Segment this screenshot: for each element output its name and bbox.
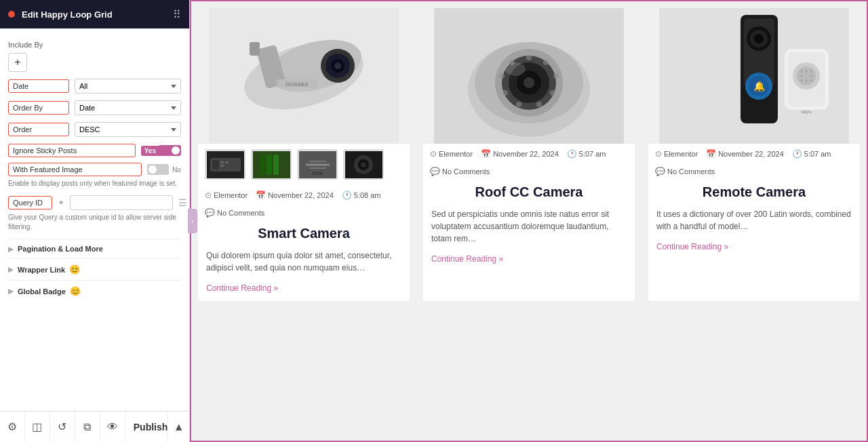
svg-point-45 [536, 102, 542, 107]
card-3-author: ⊙ Elementor [655, 149, 698, 159]
wrapper-link-emoji: 😊 [69, 264, 80, 275]
order-select[interactable]: DESC ASC [75, 122, 181, 137]
author-icon-3: ⊙ [655, 149, 662, 159]
card-3-image: 🔔 aapu [648, 8, 860, 144]
main-content: OOSSEX [190, 0, 868, 442]
date-icon-2: 📅 [481, 149, 491, 159]
responsive-icon-btn[interactable]: ⧉ [75, 411, 100, 443]
date-icon-3: 📅 [706, 149, 716, 159]
card-1-date: 📅 November 22, 2024 [256, 190, 334, 200]
svg-point-42 [543, 60, 549, 65]
grid-icon[interactable]: ⠿ [173, 8, 181, 21]
svg-point-30 [361, 162, 366, 167]
card-3-title: Remote Camera [648, 179, 860, 204]
svg-point-62 [800, 70, 803, 73]
comment-icon-3: 💬 [655, 167, 665, 176]
query-id-row: Query ID ✦ ☰ [8, 195, 181, 210]
svg-point-61 [797, 66, 816, 85]
order-row: Order DESC ASC [8, 122, 181, 137]
svg-point-43 [553, 73, 559, 79]
svg-point-68 [805, 79, 808, 82]
card-2-time: 🕐 5:07 am [567, 149, 606, 159]
svg-rect-19 [267, 155, 272, 175]
svg-rect-16 [220, 165, 224, 167]
toggle-thumb2 [149, 165, 157, 174]
card-2-comments: 💬 No Comments [430, 167, 490, 176]
svg-point-6 [334, 62, 341, 69]
featured-image-row: With Featured Image No [8, 163, 181, 176]
sidebar-header: Edit Happy Loop Grid ⠿ [0, 0, 189, 28]
ignore-sticky-label: Ignore Sticky Posts [8, 144, 136, 157]
include-by-label: Include By [8, 41, 181, 49]
svg-rect-8 [250, 42, 260, 56]
global-badge-emoji: 😊 [70, 286, 81, 296]
svg-point-65 [800, 75, 803, 77]
pagination-arrow: ▶ [8, 245, 14, 253]
toggle-no-text: No [172, 166, 181, 174]
svg-point-44 [550, 90, 555, 96]
card-2-meta: ⊙ Elementor 📅 November 22, 2024 🕐 5:07 a… [423, 144, 635, 179]
card-3: 🔔 aapu [648, 8, 860, 301]
card-1: OOSSEX [198, 8, 410, 301]
featured-image-toggle[interactable]: No [147, 164, 181, 175]
layers-icon-btn[interactable]: ◫ [25, 411, 50, 443]
global-badge-section: ▶ Global Badge 😊 [8, 280, 181, 302]
sidebar-title: Edit Happy Loop Grid [22, 9, 166, 20]
query-id-input[interactable] [70, 195, 173, 210]
date-select[interactable]: All Today This Week This Month [75, 79, 181, 94]
svg-point-66 [810, 75, 812, 77]
ignore-sticky-row: Ignore Sticky Posts Yes [8, 144, 181, 157]
card-3-excerpt: It uses a dictionary of over 200 Latin w… [648, 204, 860, 239]
add-include-button[interactable]: + [8, 53, 27, 72]
order-label: Order [8, 123, 69, 136]
svg-rect-26 [313, 172, 323, 175]
time-icon-3: 🕐 [792, 149, 802, 159]
settings-icon-btn[interactable]: ⚙ [0, 411, 25, 443]
featured-image-helper: Enable to display posts only when featur… [8, 179, 181, 188]
card-1-excerpt: Qui dolorem ipsum quia dolor sit amet, c… [198, 245, 410, 281]
card-2-image [423, 8, 635, 144]
query-list-icon[interactable]: ☰ [178, 197, 187, 208]
card-2-excerpt: Sed ut perspiciatis unde omnis iste natu… [423, 204, 635, 252]
cards-grid: OOSSEX [198, 8, 860, 301]
pagination-header[interactable]: ▶ Pagination & Load More [8, 245, 181, 253]
time-icon: 🕐 [342, 190, 352, 200]
date-icon: 📅 [256, 190, 266, 200]
toggle-track[interactable] [159, 145, 181, 156]
svg-text:aapu: aapu [801, 109, 812, 115]
card-3-continue-reading[interactable]: Continue Reading » [648, 239, 860, 260]
publish-chevron[interactable]: ▲ [167, 411, 189, 443]
card-1-title: Smart Camera [198, 220, 410, 245]
query-id-helper: Give your Query a custom unique id to al… [8, 213, 181, 232]
preview-icon-btn[interactable]: 👁 [100, 411, 125, 443]
card-1-meta: ⊙ Elementor 📅 November 22, 2024 🕐 5:08 a… [198, 185, 410, 220]
svg-point-38 [524, 77, 534, 88]
publish-button[interactable]: Publish [125, 411, 168, 443]
card-2-title: Roof CC Camera [423, 179, 635, 204]
toggle-track2[interactable] [147, 164, 169, 175]
card-3-comments: 💬 No Comments [655, 167, 715, 176]
pagination-label: Pagination & Load More [18, 245, 103, 253]
header-dot [8, 11, 15, 18]
card-2-date: 📅 November 22, 2024 [481, 149, 559, 159]
thumb-2 [251, 149, 292, 180]
history-icon-btn[interactable]: ↺ [50, 411, 75, 443]
ignore-sticky-toggle[interactable]: Yes [141, 145, 181, 156]
wrapper-link-header[interactable]: ▶ Wrapper Link 😊 [8, 264, 181, 275]
thumb-3 [297, 149, 338, 180]
featured-image-label: With Featured Image [8, 163, 142, 176]
global-badge-header[interactable]: ▶ Global Badge 😊 [8, 286, 181, 296]
card-2-continue-reading[interactable]: Continue Reading » [423, 252, 635, 272]
query-id-label: Query ID [8, 196, 52, 209]
sidebar-collapse-handle[interactable]: ‹ [188, 209, 197, 233]
wrapper-link-label: Wrapper Link [18, 266, 65, 274]
svg-point-48 [505, 62, 526, 76]
date-row: Date All Today This Week This Month [8, 79, 181, 94]
global-badge-label: Global Badge [18, 287, 66, 296]
card-1-continue-reading[interactable]: Continue Reading » [198, 281, 410, 301]
card-1-author: ⊙ Elementor [205, 190, 248, 200]
svg-point-46 [516, 102, 521, 107]
order-by-select[interactable]: Date Title Modified Random [75, 100, 181, 115]
svg-rect-21 [260, 155, 265, 175]
svg-point-63 [805, 70, 808, 73]
